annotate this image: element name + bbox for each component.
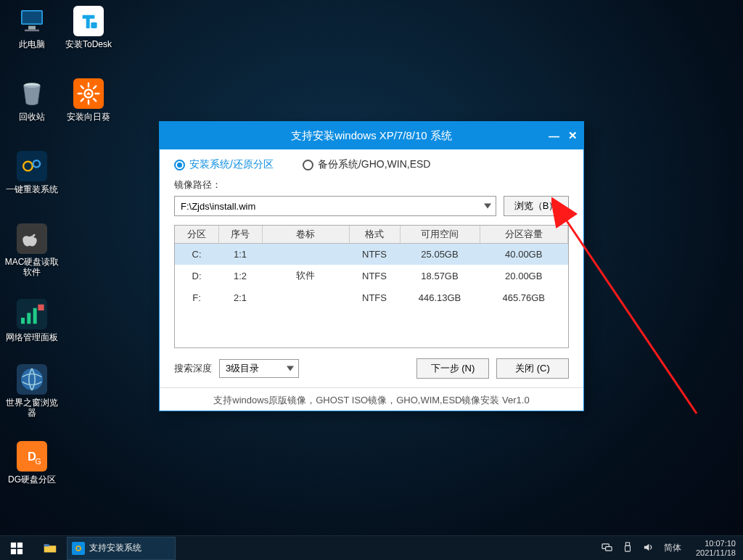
chevron-down-icon: [484, 204, 491, 209]
svg-text:G: G: [36, 457, 41, 466]
desktop-icon-theworld-browser[interactable]: 世界之窗浏览器: [4, 364, 59, 418]
partition-table: 分区 序号 卷标 格式 可用空间 分区容量 C:1:1NTFS25.05GB40…: [174, 225, 569, 348]
icon-label: 世界之窗浏览器: [4, 398, 59, 418]
start-button[interactable]: [0, 536, 33, 561]
search-depth-label: 搜索深度: [174, 362, 212, 375]
minimize-button[interactable]: —: [549, 130, 559, 142]
system-tray: 简体 10:07:10 2021/11/18: [602, 539, 743, 558]
tray-date: 2021/11/18: [696, 548, 736, 558]
icon-label: 安装ToDesk: [65, 39, 112, 49]
dialog-footer: 支持windows原版镜像，GHOST ISO镜像，GHO,WIM,ESD镜像安…: [160, 387, 583, 407]
svg-point-6: [33, 160, 41, 168]
radio-backup[interactable]: 备份系统/GHO,WIN,ESD: [303, 158, 431, 171]
network-icon[interactable]: [602, 542, 612, 555]
svg-rect-8: [27, 313, 30, 324]
cell-part: F:: [175, 287, 218, 308]
cell-vol: [262, 287, 349, 308]
dialog-titlebar[interactable]: 支持安装windows XP/7/8/10 系统 — ✕: [160, 122, 583, 149]
radio-icon: [174, 160, 185, 170]
icon-label: MAC硬盘读取软件: [4, 257, 59, 277]
close-dialog-button[interactable]: 关闭 (C): [496, 358, 569, 379]
taskbar-explorer-icon[interactable]: [33, 536, 67, 561]
image-path-label: 镜像路径：: [174, 178, 569, 192]
svg-rect-30: [11, 548, 16, 553]
sunflower-icon: [73, 78, 104, 109]
svg-line-24: [81, 99, 83, 101]
browse-button[interactable]: 浏览（B）: [504, 196, 569, 216]
svg-rect-31: [17, 548, 22, 553]
cell-free: 446.13GB: [400, 287, 480, 308]
svg-line-23: [94, 86, 96, 88]
svg-rect-3: [25, 30, 39, 32]
cell-part: D:: [175, 265, 218, 287]
chevron-down-icon: [287, 366, 294, 371]
cell-cap: 40.00GB: [480, 243, 568, 265]
next-button[interactable]: 下一步 (N): [416, 358, 489, 379]
tray-clock[interactable]: 10:07:10 2021/11/18: [691, 539, 736, 558]
icon-label: 回收站: [19, 112, 45, 122]
col-sequence: 序号: [218, 226, 262, 243]
desktop-icon-diskgenius[interactable]: DG DG硬盘分区: [4, 441, 59, 485]
cell-fmt: NTFS: [349, 243, 400, 265]
cell-part: C:: [175, 243, 218, 265]
cell-free: 25.05GB: [400, 243, 480, 265]
svg-rect-10: [38, 305, 44, 310]
taskbar: 支持安装系统 简体 10:07:10 2021/11/18: [0, 535, 743, 560]
radio-label: 备份系统/GHO,WIN,ESD: [318, 158, 431, 171]
taskbar-task-installer[interactable]: 支持安装系统: [67, 537, 176, 560]
windows-logo-icon: [10, 542, 23, 555]
ime-indicator[interactable]: 简体: [664, 542, 681, 554]
network-panel-icon: [17, 299, 47, 329]
radio-install-restore[interactable]: 安装系统/还原分区: [174, 158, 274, 171]
desktop-icon-this-pc[interactable]: 此电脑: [4, 6, 59, 49]
volume-icon[interactable]: [643, 542, 654, 555]
svg-rect-1: [22, 12, 42, 24]
todesk-icon: [73, 6, 104, 36]
svg-rect-36: [625, 543, 629, 545]
svg-marker-25: [86, 92, 91, 95]
col-partition: 分区: [175, 226, 218, 243]
desktop-icon-recycle-bin[interactable]: 回收站: [4, 78, 59, 122]
computer-icon: [17, 6, 47, 36]
col-format: 格式: [349, 226, 400, 243]
gears-icon: [17, 151, 47, 181]
svg-point-33: [76, 546, 81, 551]
radio-label: 安装系统/还原分区: [189, 158, 274, 171]
icon-label: 一键重装系统: [6, 184, 58, 194]
usb-icon[interactable]: [623, 542, 633, 554]
col-volume: 卷标: [262, 226, 349, 243]
svg-line-27: [565, 218, 697, 413]
cell-cap: 465.76GB: [480, 287, 568, 308]
table-row[interactable]: F:2:1NTFS446.13GB465.76GB: [175, 287, 568, 308]
table-row[interactable]: C:1:1NTFS25.05GB40.00GB: [175, 243, 568, 265]
svg-line-22: [94, 99, 96, 101]
svg-rect-32: [44, 544, 49, 546]
image-path-dropdown[interactable]: F:\Zjds\install.wim: [174, 196, 496, 216]
table-header-row: 分区 序号 卷标 格式 可用空间 分区容量: [175, 226, 568, 243]
desktop-icon-reinstall[interactable]: 一键重装系统: [4, 151, 59, 194]
installer-dialog: 支持安装windows XP/7/8/10 系统 — ✕ 安装系统/还原分区 备…: [159, 121, 584, 411]
radio-icon: [303, 160, 313, 170]
svg-point-5: [23, 162, 33, 171]
cell-seq: 2:1: [218, 287, 262, 308]
recycle-bin-icon: [17, 78, 47, 109]
svg-rect-9: [33, 308, 37, 324]
tray-time: 10:07:10: [696, 539, 736, 548]
search-depth-value: 3级目录: [226, 362, 259, 375]
desktop-icon-sunflower[interactable]: 安装向日葵: [61, 78, 116, 122]
cell-fmt: NTFS: [349, 265, 400, 287]
svg-line-21: [81, 86, 83, 88]
search-depth-dropdown[interactable]: 3级目录: [219, 359, 299, 378]
col-free: 可用空间: [400, 226, 480, 243]
desktop-icon-net-panel[interactable]: 网络管理面板: [4, 299, 59, 342]
icon-label: DG硬盘分区: [8, 474, 56, 485]
cell-vol: 软件: [262, 265, 349, 287]
desktop-icon-todesk[interactable]: 安装ToDesk: [61, 6, 116, 49]
table-row[interactable]: D:1:2软件NTFS18.57GB20.00GB: [175, 265, 568, 287]
svg-point-11: [21, 368, 43, 390]
gear-icon: [72, 542, 85, 555]
desktop-icon-mac-reader[interactable]: MAC硬盘读取软件: [4, 223, 59, 277]
close-button[interactable]: ✕: [568, 129, 578, 142]
icon-label: 网络管理面板: [6, 332, 58, 342]
task-label: 支持安装系统: [89, 542, 141, 554]
